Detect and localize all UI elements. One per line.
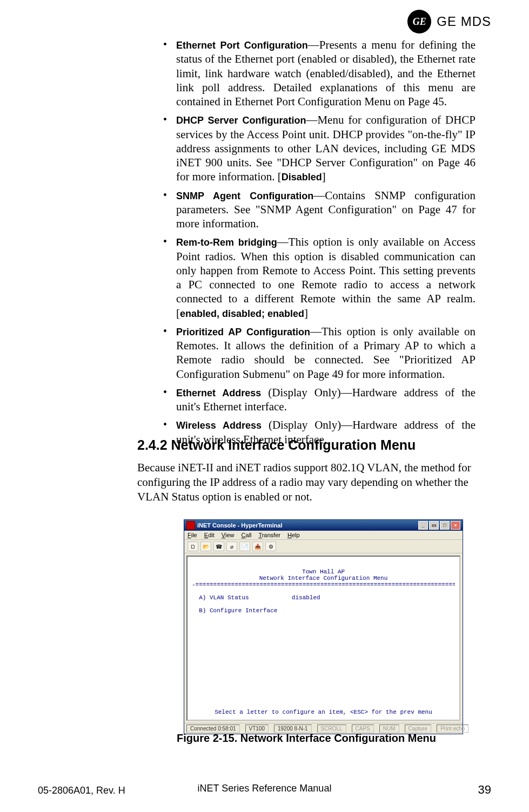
close-button[interactable]: × xyxy=(451,521,460,530)
menu-transfer[interactable]: Transfer xyxy=(258,532,280,538)
section-heading: 2.4.2 Network Interface Configuration Me… xyxy=(137,437,476,453)
receive-icon[interactable]: 📥 xyxy=(252,542,263,551)
send-icon[interactable]: 📄 xyxy=(239,542,250,551)
status-num: NUM xyxy=(379,725,399,733)
bullet-label: SNMP Agent Configuration xyxy=(176,191,313,201)
menu-help[interactable]: Help xyxy=(287,532,300,538)
terminal-rule: -=======================================… xyxy=(192,581,455,588)
status-caps: CAPS xyxy=(352,725,374,733)
menu-view[interactable]: View xyxy=(222,532,235,538)
bullet-label: Rem-to-Rem bridging xyxy=(176,237,277,248)
bullet-tail-after: ] xyxy=(304,307,308,320)
page-root: GE GE MDS Ethernet Port Configuration—Pr… xyxy=(0,0,529,812)
bullet-label: Ethernet Port Configuration xyxy=(176,40,308,51)
terminal-title-1: Town Hall AP xyxy=(192,569,455,575)
list-item: Ethernet Address (Display Only)—Hardware… xyxy=(162,385,476,414)
bullet-mid-plain: (Display Only) xyxy=(262,418,341,431)
status-connected: Connected 0:58:01 xyxy=(186,725,240,733)
toolbar: 🗋 📂 ☎ ⌀ 📄 📥 ⚙ xyxy=(184,540,463,553)
list-item: Prioritized AP Configuration—This option… xyxy=(162,324,476,381)
open-icon[interactable]: 📂 xyxy=(200,542,211,551)
ge-monogram-icon: GE xyxy=(407,10,431,33)
terminal-row-b: B) Configure Interface xyxy=(192,607,277,614)
list-item: Rem-to-Rem bridging—This option is only … xyxy=(162,235,476,320)
status-scroll: SCROLL xyxy=(317,725,346,733)
app-icon xyxy=(186,521,195,530)
menu-edit[interactable]: Edit xyxy=(204,532,215,538)
status-baud: 19200 8-N-1 xyxy=(274,725,312,733)
bullet-label: Wireless Address xyxy=(176,420,262,431)
hyperterminal-window: iNET Console - HyperTerminal _ ▭ □ × Fil… xyxy=(184,519,463,734)
bullet-text: —This option is only available on Access… xyxy=(176,235,476,319)
bullet-label: Ethernet Address xyxy=(176,388,261,398)
status-echo: Print echo xyxy=(437,725,468,733)
disconnect-icon[interactable]: ⌀ xyxy=(226,542,237,551)
bullet-tail-after: ] xyxy=(322,170,326,183)
footer-center: iNET Series Reference Manual xyxy=(38,783,491,794)
brand-text: GE MDS xyxy=(437,14,491,29)
properties-icon[interactable]: ⚙ xyxy=(265,542,276,551)
list-item: DHCP Server Configuration—Menu for confi… xyxy=(162,113,476,184)
menu-call[interactable]: Call xyxy=(242,532,252,538)
menu-file[interactable]: File xyxy=(188,532,197,538)
window-titlebar: iNET Console - HyperTerminal _ ▭ □ × xyxy=(184,520,463,531)
bullet-tail-bold: enabled, disabled; enabled xyxy=(180,308,304,319)
window-title: iNET Console - HyperTerminal xyxy=(197,522,283,529)
menubar: File Edit View Call Transfer Help xyxy=(184,531,463,540)
terminal-footer: Select a letter to configure an item, <E… xyxy=(188,709,459,715)
list-item: Ethernet Port Configuration—Presents a m… xyxy=(162,38,476,109)
ge-monogram-text: GE xyxy=(413,16,426,28)
bullet-list-column: Ethernet Port Configuration—Presents a m… xyxy=(162,38,476,451)
status-capture: Capture xyxy=(405,725,432,733)
bullet-label: Prioritized AP Configuration xyxy=(176,327,310,337)
terminal-pane[interactable]: Town Hall APNetwork Interface Configurat… xyxy=(186,556,460,721)
minimize-button[interactable]: _ xyxy=(418,521,428,530)
status-emulation: VT100 xyxy=(245,725,269,733)
figure-caption: Figure 2-15. Network Interface Configura… xyxy=(137,732,476,745)
terminal-title-2: Network Interface Configuration Menu xyxy=(192,575,455,581)
page-footer: 05-2806A01, Rev. H iNET Series Reference… xyxy=(38,783,491,797)
terminal-row-a: A) VLAN Status disabled xyxy=(192,594,320,601)
section-paragraph: Because iNET-II and iNET radios support … xyxy=(137,461,476,504)
section-block: 2.4.2 Network Interface Configuration Me… xyxy=(137,437,476,513)
bullet-mid-plain: (Display Only) xyxy=(261,386,341,399)
brand-logo: GE GE MDS xyxy=(407,10,491,33)
bullet-tail-bold: Disabled xyxy=(282,172,322,182)
figure-hyperterminal: iNET Console - HyperTerminal _ ▭ □ × Fil… xyxy=(184,519,462,734)
new-icon[interactable]: 🗋 xyxy=(188,542,198,551)
maximize-button[interactable]: □ xyxy=(440,521,450,530)
list-item: SNMP Agent Configuration—Contains SNMP c… xyxy=(162,188,476,231)
bullet-list: Ethernet Port Configuration—Presents a m… xyxy=(162,38,476,446)
bullet-label: DHCP Server Configuration xyxy=(176,115,306,126)
restore-button[interactable]: ▭ xyxy=(429,521,439,530)
connect-icon[interactable]: ☎ xyxy=(213,542,224,551)
